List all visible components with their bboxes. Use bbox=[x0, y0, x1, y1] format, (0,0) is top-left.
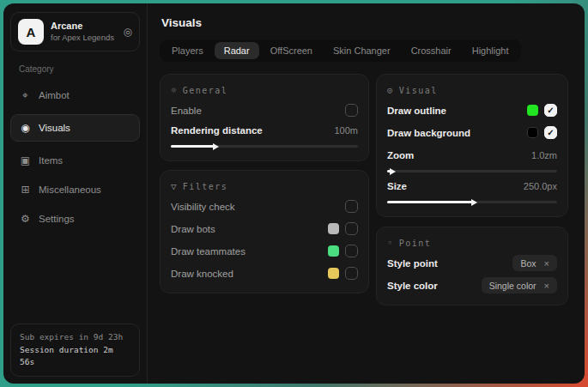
row-draw-knocked: Draw knocked bbox=[171, 264, 358, 282]
slider-thumb[interactable] bbox=[390, 168, 396, 175]
sidebar-item-label: Items bbox=[39, 155, 63, 166]
rendering-distance-label: Rendering distance bbox=[171, 125, 334, 136]
tab-highlight[interactable]: Highlight bbox=[463, 42, 518, 59]
draw-knocked-label: Draw knocked bbox=[171, 269, 328, 279]
row-rendering-distance: Rendering distance 100m bbox=[171, 121, 358, 139]
gear-icon: ⚙ bbox=[20, 213, 31, 225]
style-point-label: Style point bbox=[387, 258, 512, 269]
sidebar-item-items[interactable]: ▣ Items bbox=[10, 148, 140, 172]
tab-bar: Players Radar OffScreen Skin Changer Cro… bbox=[160, 39, 521, 62]
row-style-point: Style point Box × bbox=[387, 254, 557, 272]
row-zoom: Zoom 1.0zm bbox=[387, 146, 557, 164]
panel-title: Visual bbox=[399, 86, 438, 95]
sidebar-item-label: Miscellaneous bbox=[39, 184, 101, 195]
panel-point-header: ◦ Point bbox=[387, 238, 557, 249]
panel-filters: ▽ Filters Visibility check Draw bots Dra… bbox=[160, 170, 369, 293]
rendering-distance-slider[interactable] bbox=[171, 145, 358, 148]
enable-checkbox[interactable] bbox=[345, 104, 358, 117]
panel-point: ◦ Point Style point Box × Style color S bbox=[376, 227, 568, 305]
sidebar-item-label: Settings bbox=[39, 214, 75, 224]
style-color-label: Style color bbox=[387, 281, 482, 291]
draw-bots-checkbox[interactable] bbox=[345, 222, 358, 235]
draw-background-color-swatch[interactable] bbox=[527, 127, 538, 138]
check-icon: ✓ bbox=[547, 106, 554, 115]
app-logo: A bbox=[18, 19, 44, 45]
panel-visual-header: ⊙ Visual bbox=[387, 85, 557, 96]
style-point-value: Box bbox=[520, 258, 536, 269]
draw-outline-color-swatch[interactable] bbox=[527, 105, 538, 116]
row-style-color: Style color Single color × bbox=[387, 276, 557, 294]
draw-background-checkbox[interactable]: ✓ bbox=[544, 126, 557, 139]
style-color-value: Single color bbox=[489, 281, 536, 291]
crosshair-icon: ⌖ bbox=[20, 89, 31, 101]
row-size: Size 250.0px bbox=[387, 177, 557, 195]
aperture-icon[interactable]: ◎ bbox=[124, 26, 132, 38]
app-subtitle: for Apex Legends bbox=[51, 33, 117, 43]
style-point-select[interactable]: Box × bbox=[512, 255, 557, 271]
session-duration-text: Session duration 2m 56s bbox=[20, 344, 130, 369]
size-label: Size bbox=[387, 181, 524, 191]
visibility-check-checkbox[interactable] bbox=[345, 200, 358, 213]
sidebar-item-miscellaneous[interactable]: ⊞ Miscellaneous bbox=[10, 178, 140, 202]
panel-title: Filters bbox=[183, 182, 228, 191]
draw-teammates-checkbox[interactable] bbox=[345, 245, 358, 257]
row-draw-teammates: Draw teammates bbox=[171, 242, 358, 260]
draw-teammates-color-swatch[interactable] bbox=[328, 245, 339, 257]
tab-players[interactable]: Players bbox=[162, 42, 213, 59]
tab-offscreen[interactable]: OffScreen bbox=[261, 42, 322, 59]
app-window: A Arcane for Apex Legends ◎ Category ⌖ A… bbox=[3, 3, 585, 384]
funnel-icon: ▽ bbox=[171, 181, 177, 192]
zoom-value: 1.0zm bbox=[531, 150, 557, 160]
sidebar-item-settings[interactable]: ⚙ Settings bbox=[10, 207, 140, 231]
sidebar-item-aimbot[interactable]: ⌖ Aimbot bbox=[10, 83, 140, 107]
sub-expiry-text: Sub expires in 9d 23h bbox=[20, 331, 130, 344]
draw-bots-label: Draw bots bbox=[171, 224, 328, 234]
panel-visual: ⊙ Visual Draw outline ✓ Draw background … bbox=[376, 74, 568, 217]
draw-knocked-checkbox[interactable] bbox=[345, 267, 358, 280]
draw-knocked-color-swatch[interactable] bbox=[328, 268, 339, 279]
close-icon[interactable]: × bbox=[544, 281, 549, 291]
row-draw-background: Draw background ✓ bbox=[387, 124, 557, 142]
panel-general-header: ☼ General bbox=[171, 85, 358, 96]
slider-thumb[interactable] bbox=[471, 199, 477, 206]
sidebar-item-label: Aimbot bbox=[39, 90, 70, 100]
tab-crosshair[interactable]: Crosshair bbox=[402, 42, 461, 59]
page-title: Visuals bbox=[161, 16, 568, 29]
draw-bots-color-swatch[interactable] bbox=[328, 223, 339, 234]
rendering-distance-value: 100m bbox=[334, 125, 358, 136]
row-draw-bots: Draw bots bbox=[171, 220, 358, 238]
panel-title: Point bbox=[399, 239, 432, 248]
sidebar: A Arcane for Apex Legends ◎ Category ⌖ A… bbox=[3, 3, 147, 384]
tab-radar[interactable]: Radar bbox=[215, 42, 259, 59]
grid-icon: ⊞ bbox=[20, 184, 31, 196]
row-draw-outline: Draw outline ✓ bbox=[387, 101, 557, 119]
dot-icon: ◦ bbox=[387, 238, 393, 249]
size-value: 250.0px bbox=[524, 181, 557, 191]
sidebar-item-label: Visuals bbox=[39, 123, 70, 133]
close-icon[interactable]: × bbox=[544, 258, 549, 269]
app-titles: Arcane for Apex Legends bbox=[51, 21, 117, 43]
style-color-select[interactable]: Single color × bbox=[482, 277, 557, 293]
app-logo-card: A Arcane for Apex Legends ◎ bbox=[10, 12, 140, 51]
row-enable: Enable bbox=[171, 101, 358, 119]
zoom-label: Zoom bbox=[387, 150, 531, 160]
sidebar-item-visuals[interactable]: ◉ Visuals bbox=[10, 114, 140, 142]
eye-icon: ⊙ bbox=[387, 85, 393, 96]
row-visibility-check: Visibility check bbox=[171, 197, 358, 215]
sun-icon: ☼ bbox=[171, 85, 177, 96]
draw-teammates-label: Draw teammates bbox=[171, 246, 328, 257]
box-icon: ▣ bbox=[20, 154, 31, 166]
app-name: Arcane bbox=[51, 21, 117, 33]
zoom-slider[interactable] bbox=[387, 170, 557, 172]
tab-skin-changer[interactable]: Skin Changer bbox=[324, 42, 400, 59]
panel-title: General bbox=[183, 86, 228, 95]
visibility-check-label: Visibility check bbox=[171, 202, 345, 212]
check-icon: ✓ bbox=[547, 129, 554, 137]
slider-thumb[interactable] bbox=[213, 143, 219, 150]
panel-general: ☼ General Enable Rendering distance 100m bbox=[160, 74, 369, 161]
draw-background-label: Draw background bbox=[387, 128, 527, 138]
enable-label: Enable bbox=[171, 106, 345, 116]
category-label: Category bbox=[19, 64, 131, 74]
size-slider[interactable] bbox=[387, 201, 557, 203]
draw-outline-checkbox[interactable]: ✓ bbox=[544, 104, 557, 117]
